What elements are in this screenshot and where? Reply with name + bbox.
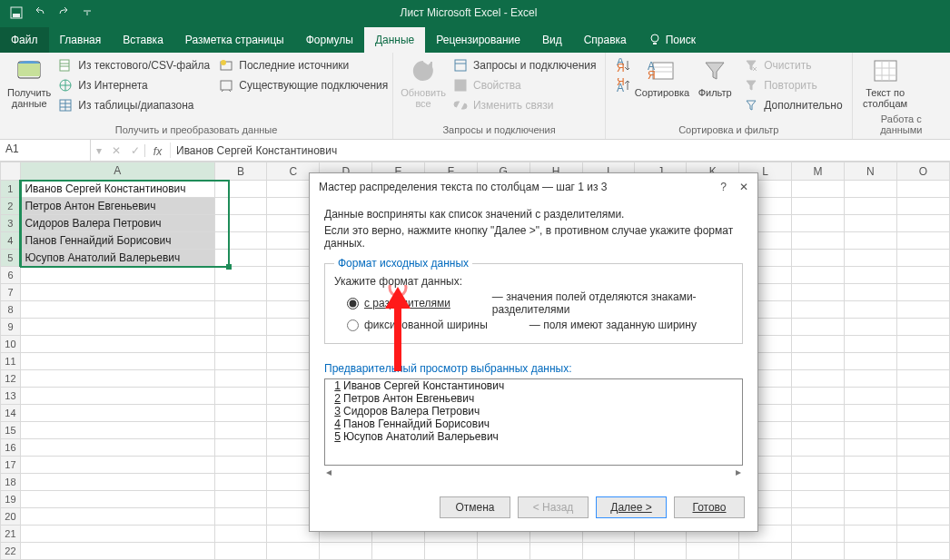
cell[interactable] (791, 474, 844, 491)
cell[interactable] (214, 370, 267, 388)
cell[interactable] (896, 198, 949, 215)
cell[interactable] (267, 543, 320, 560)
cell[interactable] (791, 388, 844, 405)
cell[interactable] (634, 543, 687, 560)
cell[interactable] (896, 457, 949, 474)
cell[interactable] (791, 232, 844, 250)
cell[interactable] (791, 284, 844, 301)
cell[interactable] (20, 353, 214, 370)
text-to-columns-button[interactable]: Текст по столбцам (860, 56, 911, 109)
row-header[interactable]: 11 (1, 353, 21, 370)
cell[interactable] (214, 457, 267, 474)
fx-button[interactable]: fx (145, 142, 171, 158)
row-header[interactable]: 18 (1, 474, 21, 491)
tab-formulas[interactable]: Формулы (295, 27, 364, 53)
filter-button[interactable]: Фильтр (693, 56, 737, 98)
cell[interactable] (896, 267, 949, 284)
cell[interactable] (791, 526, 844, 543)
cell[interactable] (896, 422, 949, 439)
cell[interactable] (844, 422, 896, 439)
cell[interactable] (896, 284, 949, 301)
row-header[interactable]: 8 (1, 301, 21, 319)
cell[interactable] (896, 353, 949, 370)
cell[interactable] (214, 439, 267, 457)
cell[interactable] (791, 198, 844, 215)
cell[interactable] (844, 457, 896, 474)
cell[interactable] (791, 370, 844, 388)
cell[interactable] (214, 250, 267, 267)
cell[interactable] (791, 439, 844, 457)
col-header[interactable]: A (20, 162, 214, 181)
cell[interactable] (687, 543, 739, 560)
row-header[interactable]: 19 (1, 491, 21, 508)
cell[interactable]: Иванов Сергей Константинович (20, 181, 214, 198)
cell[interactable] (791, 422, 844, 439)
cell[interactable] (20, 422, 214, 439)
cell[interactable] (791, 267, 844, 284)
row-header[interactable]: 20 (1, 508, 21, 526)
tab-layout[interactable]: Разметка страницы (174, 27, 295, 53)
cell[interactable] (791, 508, 844, 526)
row-header[interactable]: 3 (1, 215, 21, 232)
cell[interactable] (214, 353, 267, 370)
cell[interactable] (896, 319, 949, 336)
cell[interactable] (214, 474, 267, 491)
fixed-width-radio[interactable] (347, 319, 359, 331)
cell[interactable] (844, 491, 896, 508)
row-header[interactable]: 13 (1, 388, 21, 405)
col-header[interactable]: N (844, 162, 896, 181)
cell[interactable] (896, 474, 949, 491)
cell[interactable] (791, 250, 844, 267)
cell[interactable] (214, 422, 267, 439)
cell[interactable] (896, 405, 949, 422)
from-csv-button[interactable]: Из текстового/CSV-файла (56, 56, 212, 74)
row-header[interactable]: 9 (1, 319, 21, 336)
col-header[interactable]: B (214, 162, 267, 181)
row-header[interactable]: 17 (1, 457, 21, 474)
col-header[interactable]: M (791, 162, 844, 181)
cell[interactable] (20, 439, 214, 457)
cell[interactable] (214, 508, 267, 526)
row-header[interactable]: 14 (1, 405, 21, 422)
cell[interactable] (214, 215, 267, 232)
close-button[interactable]: ✕ (739, 181, 748, 193)
row-header[interactable]: 12 (1, 370, 21, 388)
help-button[interactable]: ? (720, 181, 727, 193)
cell[interactable] (844, 232, 896, 250)
cell[interactable] (20, 370, 214, 388)
cell[interactable] (896, 388, 949, 405)
row-header[interactable]: 6 (1, 267, 21, 284)
row-header[interactable]: 5 (1, 250, 21, 267)
row-header[interactable]: 21 (1, 526, 21, 543)
cell[interactable] (844, 198, 896, 215)
cell[interactable] (844, 508, 896, 526)
tab-view[interactable]: Вид (531, 27, 573, 53)
cell[interactable] (844, 215, 896, 232)
recent-sources-button[interactable]: Последние источники (217, 56, 390, 74)
sort-button[interactable]: AЯ Сортировка (637, 56, 688, 98)
cell[interactable] (20, 336, 214, 353)
fixed-width-label[interactable]: фиксированной ширины (364, 319, 488, 331)
cell[interactable] (739, 543, 792, 560)
cell[interactable] (791, 405, 844, 422)
advanced-filter-button[interactable]: Дополнительно (742, 96, 844, 114)
tab-data[interactable]: Данные (364, 27, 425, 53)
cell[interactable] (214, 543, 267, 560)
cell[interactable] (20, 301, 214, 319)
cell[interactable] (844, 353, 896, 370)
finish-button[interactable]: Готово (674, 496, 745, 518)
cell[interactable] (896, 336, 949, 353)
cell[interactable] (844, 405, 896, 422)
cell[interactable] (372, 543, 425, 560)
cell[interactable] (214, 388, 267, 405)
cell[interactable] (844, 250, 896, 267)
cell[interactable] (844, 319, 896, 336)
cell[interactable] (529, 543, 582, 560)
cell[interactable] (791, 301, 844, 319)
save-icon[interactable] (7, 4, 25, 22)
cell[interactable] (896, 215, 949, 232)
row-header[interactable]: 2 (1, 198, 21, 215)
cell[interactable] (844, 439, 896, 457)
cell[interactable] (214, 284, 267, 301)
cell[interactable] (844, 370, 896, 388)
